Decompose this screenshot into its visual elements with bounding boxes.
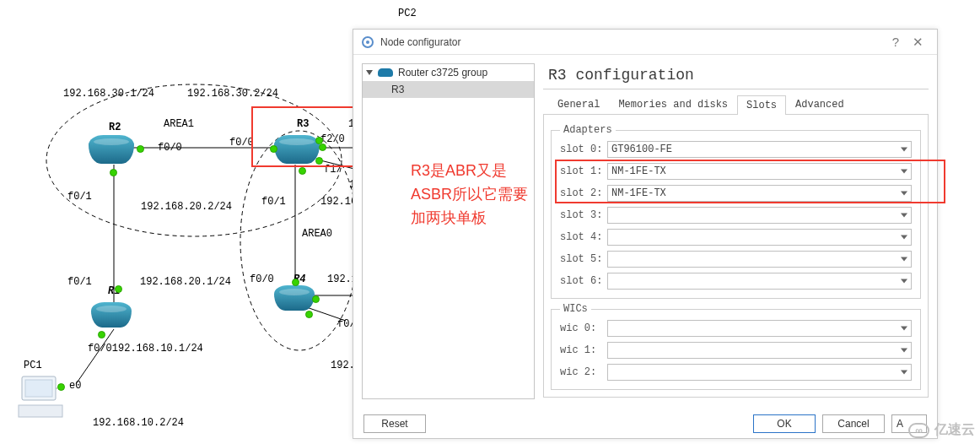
port-label: f0/1 bbox=[261, 196, 286, 208]
wic0-select[interactable] bbox=[607, 320, 912, 337]
port-label: f0/0 bbox=[250, 273, 274, 285]
link-endpoint bbox=[110, 169, 117, 176]
ip-label: 192.168.30.2/24 bbox=[187, 88, 278, 100]
ip-label-partial: 192. bbox=[331, 360, 355, 371]
close-button[interactable]: ✕ bbox=[907, 31, 929, 53]
slot-label: slot 6: bbox=[560, 275, 607, 287]
link-endpoint bbox=[305, 311, 313, 318]
router-r4[interactable] bbox=[274, 285, 315, 311]
router-r2[interactable] bbox=[89, 135, 134, 164]
tree-item-label: R3 bbox=[391, 84, 404, 95]
chevron-down-icon bbox=[901, 349, 907, 353]
port-label: f0/0 bbox=[158, 142, 182, 154]
pc1-label: PC1 bbox=[24, 360, 42, 371]
tab-slots[interactable]: Slots bbox=[737, 95, 786, 115]
node-configurator-dialog[interactable]: Node configurator ? ✕ Router c3725 group… bbox=[353, 29, 938, 439]
chevron-down-icon bbox=[901, 214, 907, 218]
app-icon bbox=[362, 36, 374, 48]
slots-highlight-box bbox=[555, 160, 945, 203]
chevron-down-icon bbox=[901, 371, 907, 375]
dialog-footer: Reset OK Cancel Apply bbox=[353, 408, 937, 440]
slot-label: slot 4: bbox=[560, 231, 607, 243]
slot0-select[interactable]: GT96100-FE bbox=[607, 141, 912, 158]
slot-label: slot 0: bbox=[560, 143, 607, 155]
expand-icon[interactable] bbox=[366, 70, 373, 75]
chevron-down-icon bbox=[901, 257, 907, 262]
ip-label-partial: 192.16 bbox=[320, 196, 357, 208]
annotation-text: R3是ABR又是 ASBR所以它需要 加两块单板 bbox=[411, 159, 528, 230]
area1-label: AREA1 bbox=[164, 118, 194, 130]
slot-label: slot 5: bbox=[560, 253, 607, 265]
watermark-text: 亿速云 bbox=[934, 421, 975, 439]
link-endpoint bbox=[299, 167, 306, 175]
ip-label: 192.168.30.1/24 bbox=[63, 88, 154, 100]
cancel-button[interactable]: Cancel bbox=[822, 414, 885, 433]
slot5-select[interactable] bbox=[607, 251, 912, 268]
port-label: f0/0 bbox=[229, 137, 254, 149]
slot-label: slot 3: bbox=[560, 209, 607, 221]
wic-label: wic 1: bbox=[560, 344, 607, 356]
group-legend: WICs bbox=[560, 303, 591, 315]
ip-label: f0/0192.168.10.1/24 bbox=[88, 343, 203, 355]
link-endpoint bbox=[115, 285, 122, 293]
wic-label: wic 0: bbox=[560, 322, 607, 334]
tab-memories[interactable]: Memories and disks bbox=[609, 95, 737, 114]
slot3-select[interactable] bbox=[607, 207, 912, 224]
wic1-select[interactable] bbox=[607, 342, 912, 359]
port-label: e0 bbox=[69, 380, 81, 392]
wic-label: wic 2: bbox=[560, 366, 607, 378]
pc2-label: PC2 bbox=[398, 8, 417, 19]
config-tabs: General Memories and disks Slots Advance… bbox=[543, 95, 929, 115]
svg-line-2 bbox=[76, 329, 114, 384]
watermark: ∞ 亿速云 bbox=[908, 421, 975, 439]
chevron-down-icon bbox=[901, 327, 907, 331]
chevron-down-icon bbox=[901, 148, 907, 152]
slot6-select[interactable] bbox=[607, 273, 912, 290]
r3-highlight-box bbox=[251, 106, 359, 167]
chevron-down-icon bbox=[901, 279, 907, 284]
help-button[interactable]: ? bbox=[885, 31, 907, 53]
tree-group-row[interactable]: Router c3725 group bbox=[363, 64, 534, 81]
group-legend: Adapters bbox=[560, 124, 616, 136]
config-panel: R3 configuration General Memories and di… bbox=[543, 63, 929, 399]
svg-rect-12 bbox=[25, 380, 52, 397]
link-endpoint bbox=[292, 279, 299, 286]
area0-label: AREA0 bbox=[302, 228, 332, 240]
watermark-icon: ∞ bbox=[908, 423, 929, 438]
tab-general[interactable]: General bbox=[548, 95, 609, 114]
link-endpoint bbox=[137, 145, 144, 153]
chevron-down-icon bbox=[901, 236, 907, 240]
slot4-select[interactable] bbox=[607, 229, 912, 246]
link-endpoint bbox=[57, 383, 65, 391]
dialog-title: Node configurator bbox=[380, 36, 460, 48]
ip-label: 192.168.20.2/24 bbox=[141, 201, 232, 213]
tab-advanced[interactable]: Advanced bbox=[786, 95, 853, 114]
tree-group-label: Router c3725 group bbox=[398, 67, 487, 79]
adapters-group: Adapters slot 0:GT96100-FE slot 1:NM-1FE… bbox=[551, 130, 921, 299]
ip-label: 192.168.10.2/24 bbox=[93, 417, 184, 429]
ip-label: 192.168.20.1/24 bbox=[140, 276, 231, 288]
node-tree[interactable]: Router c3725 group R3 bbox=[362, 63, 535, 399]
dialog-titlebar[interactable]: Node configurator ? ✕ bbox=[353, 30, 937, 55]
r2-label: R2 bbox=[109, 122, 121, 133]
config-heading: R3 configuration bbox=[543, 63, 929, 89]
link-endpoint bbox=[98, 331, 105, 338]
wic2-select[interactable] bbox=[607, 364, 912, 381]
router-r1[interactable] bbox=[91, 302, 132, 328]
reset-button[interactable]: Reset bbox=[363, 414, 426, 433]
tree-item-r3[interactable]: R3 bbox=[363, 81, 534, 98]
pc1-node[interactable] bbox=[17, 375, 67, 422]
svg-rect-13 bbox=[19, 405, 62, 417]
link-endpoint bbox=[312, 295, 320, 303]
port-label: f0/1 bbox=[67, 191, 92, 203]
port-label: f0/1 bbox=[67, 276, 92, 288]
ok-button[interactable]: OK bbox=[753, 414, 816, 433]
wics-group: WICs wic 0: wic 1: wic 2: bbox=[551, 309, 921, 390]
router-icon bbox=[378, 68, 393, 77]
